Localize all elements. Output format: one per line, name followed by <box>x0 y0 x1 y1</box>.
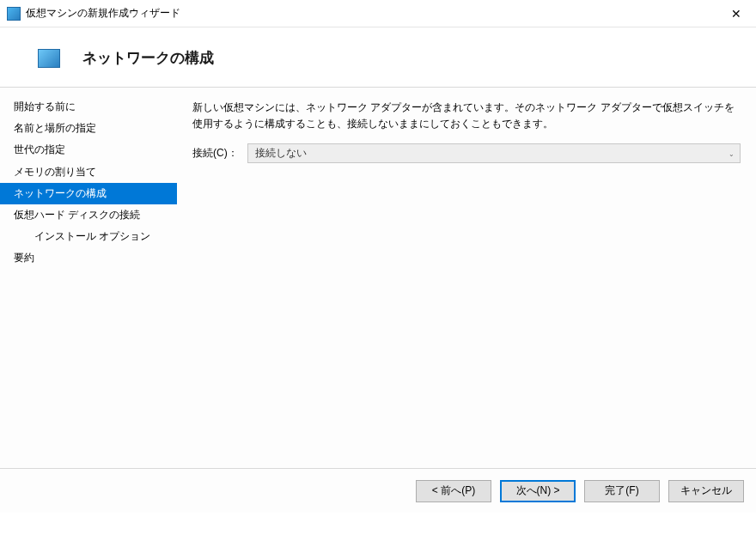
page-title: ネットワークの構成 <box>82 48 214 68</box>
close-icon: ✕ <box>731 7 741 21</box>
titlebar: 仮想マシンの新規作成ウィザード ✕ <box>0 0 756 27</box>
step-memory[interactable]: メモリの割り当て <box>0 161 177 183</box>
app-icon <box>7 7 21 21</box>
next-button[interactable]: 次へ(N) > <box>500 480 576 502</box>
wizard-header: ネットワークの構成 <box>0 27 756 87</box>
main-pane: 新しい仮想マシンには、ネットワーク アダプターが含まれています。そのネットワーク… <box>177 88 756 468</box>
window-title: 仮想マシンの新規作成ウィザード <box>26 6 180 21</box>
connection-select[interactable]: 接続しない ⌄ <box>247 143 741 163</box>
step-virtual-disk[interactable]: 仮想ハード ディスクの接続 <box>0 204 177 226</box>
step-before-start[interactable]: 開始する前に <box>0 96 177 118</box>
connection-label: 接続(C)： <box>192 146 242 161</box>
step-generation[interactable]: 世代の指定 <box>0 139 177 161</box>
prev-button[interactable]: < 前へ(P) <box>416 480 491 502</box>
step-network[interactable]: ネットワークの構成 <box>0 183 177 204</box>
step-install-options[interactable]: インストール オプション <box>0 226 177 247</box>
page-description: 新しい仮想マシンには、ネットワーク アダプターが含まれています。そのネットワーク… <box>192 100 741 131</box>
close-button[interactable]: ✕ <box>716 0 756 27</box>
wizard-header-icon <box>38 49 60 68</box>
chevron-down-icon: ⌄ <box>729 149 735 157</box>
step-summary[interactable]: 要約 <box>0 247 177 269</box>
wizard-steps-sidebar: 開始する前に 名前と場所の指定 世代の指定 メモリの割り当て ネットワークの構成… <box>0 88 177 468</box>
wizard-footer: < 前へ(P) 次へ(N) > 完了(F) キャンセル <box>0 468 756 513</box>
connection-select-value: 接続しない <box>255 146 307 161</box>
finish-button[interactable]: 完了(F) <box>584 480 660 502</box>
content-area: 開始する前に 名前と場所の指定 世代の指定 メモリの割り当て ネットワークの構成… <box>0 87 756 468</box>
cancel-button[interactable]: キャンセル <box>668 480 744 502</box>
step-name-location[interactable]: 名前と場所の指定 <box>0 118 177 139</box>
connection-row: 接続(C)： 接続しない ⌄ <box>192 143 741 163</box>
